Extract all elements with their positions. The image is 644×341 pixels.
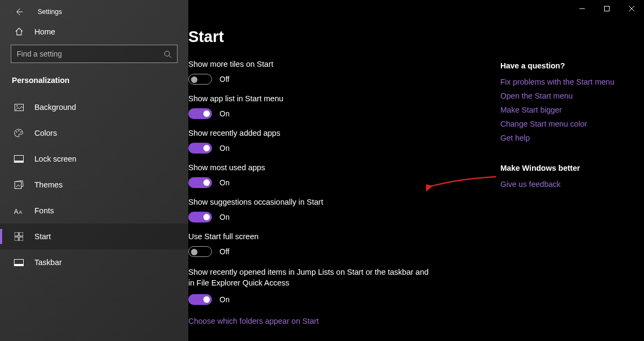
svg-rect-13 [15, 237, 18, 241]
sidebar-section-title: Personalization [0, 69, 188, 94]
svg-point-5 [20, 131, 22, 133]
help-link[interactable]: Make Start bigger [500, 106, 644, 114]
search-input[interactable] [17, 50, 164, 58]
svg-rect-16 [15, 264, 24, 266]
svg-rect-17 [605, 6, 610, 11]
titlebar [570, 0, 644, 17]
sidebar-item-label: Colors [34, 129, 57, 137]
back-button[interactable] [13, 8, 25, 16]
svg-text:A: A [14, 208, 18, 215]
setting-label: Show more tiles on Start [188, 60, 500, 68]
help-link[interactable]: Change Start menu color [500, 120, 644, 128]
sidebar: Settings Home Personalization Background… [0, 0, 188, 341]
lock-screen-icon [13, 155, 25, 163]
svg-point-4 [18, 130, 19, 131]
setting-label: Show recently added apps [188, 129, 500, 137]
choose-folders-link[interactable]: Choose which folders appear on Start [188, 317, 319, 325]
close-button[interactable] [619, 0, 644, 17]
setting-label: Show suggestions occasionally in Start [188, 198, 500, 206]
help-link[interactable]: Fix problems with the Start menu [500, 78, 644, 86]
svg-text:A: A [19, 210, 22, 215]
search-icon [164, 50, 172, 58]
minimize-button[interactable] [570, 0, 595, 17]
svg-point-0 [165, 51, 169, 55]
sidebar-item-background[interactable]: Background [0, 94, 188, 120]
sidebar-item-colors[interactable]: Colors [0, 120, 188, 146]
svg-rect-12 [19, 232, 23, 236]
help-link[interactable]: Open the Start menu [500, 92, 644, 100]
sidebar-item-fonts[interactable]: AA Fonts [0, 198, 188, 224]
setting-label: Show recently opened items in Jump Lists… [188, 267, 430, 289]
feedback-link[interactable]: Give us feedback [500, 180, 644, 189]
sidebar-item-label: Themes [34, 180, 62, 189]
maximize-button[interactable] [595, 0, 619, 17]
sidebar-item-themes[interactable]: Themes [0, 172, 188, 198]
sidebar-item-start[interactable]: Start [0, 224, 188, 249]
sidebar-home[interactable]: Home [0, 22, 188, 41]
sidebar-items: Background Colors Lock screen Themes AA … [0, 94, 188, 275]
home-label: Home [34, 27, 55, 36]
toggle-state-text: On [220, 295, 230, 304]
sidebar-item-label: Background [34, 103, 76, 112]
search-box[interactable] [11, 45, 178, 63]
setting-label: Show app list in Start menu [188, 94, 500, 103]
sidebar-item-label: Fonts [34, 206, 54, 215]
svg-rect-14 [19, 237, 23, 241]
picture-icon [13, 103, 25, 112]
setting-label: Show most used apps [188, 163, 500, 172]
sidebar-item-lock-screen[interactable]: Lock screen [0, 146, 188, 172]
svg-point-2 [16, 105, 17, 106]
toggle-state-text: On [220, 144, 230, 152]
toggle-switch[interactable] [188, 74, 212, 85]
svg-rect-7 [15, 161, 24, 163]
toggle-switch[interactable] [188, 177, 212, 188]
sidebar-item-label: Taskbar [34, 258, 62, 267]
toggle-state-text: On [220, 213, 230, 221]
toggle-state-text: On [220, 178, 230, 187]
toggle-state-text: Off [220, 75, 229, 83]
page-title: Start [188, 28, 500, 46]
setting-label: Use Start full screen [188, 232, 500, 241]
toggle-switch[interactable] [188, 212, 212, 222]
fonts-icon: AA [13, 207, 25, 215]
toggle-switch[interactable] [188, 143, 212, 154]
themes-icon [13, 180, 25, 189]
svg-point-3 [16, 131, 17, 133]
taskbar-icon [13, 259, 25, 266]
toggle-switch[interactable] [188, 246, 212, 257]
sidebar-item-label: Lock screen [34, 155, 76, 163]
home-icon [13, 27, 25, 36]
main: Start Show more tiles on StartOffShow ap… [188, 0, 644, 341]
palette-icon [13, 129, 25, 137]
toggle-switch[interactable] [188, 294, 212, 305]
sidebar-item-label: Start [34, 232, 51, 241]
sidebar-item-taskbar[interactable]: Taskbar [0, 249, 188, 275]
window-title: Settings [38, 8, 62, 16]
toggle-switch[interactable] [188, 108, 212, 119]
toggle-state-text: Off [220, 247, 229, 256]
toggle-state-text: On [220, 109, 230, 118]
start-icon [13, 232, 25, 241]
feedback-title: Make Windows better [500, 164, 644, 172]
help-link[interactable]: Get help [500, 134, 644, 142]
help-title: Have a question? [500, 61, 644, 70]
svg-rect-11 [15, 232, 18, 236]
